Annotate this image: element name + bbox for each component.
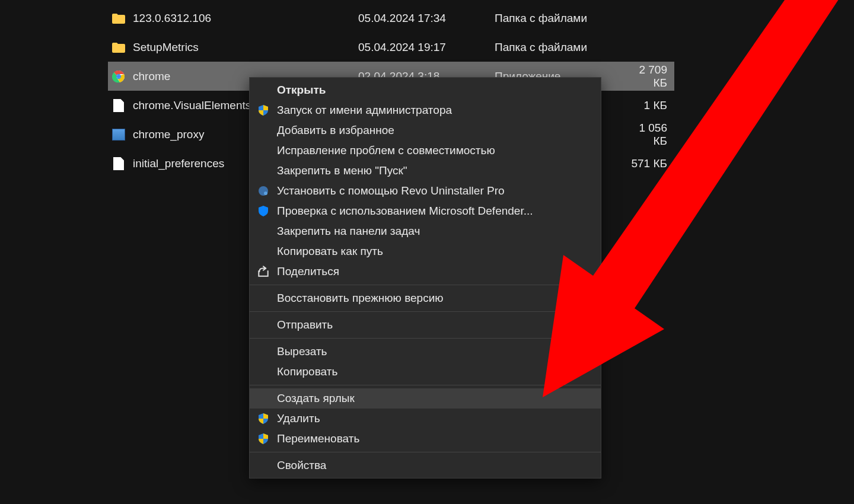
file-date: 05.04.2024 17:34 [358, 12, 495, 25]
folder-icon [110, 10, 127, 27]
menu-separator [250, 385, 601, 385]
menu-item[interactable]: Удалить [250, 409, 601, 429]
menu-item[interactable]: Отправить [250, 315, 601, 335]
file-size: 2 709 КБ [631, 63, 674, 90]
menu-separator [250, 452, 601, 452]
menu-item[interactable]: Проверка с использованием Microsoft Defe… [250, 201, 601, 221]
menu-item-label: Открыть [277, 84, 326, 97]
menu-item-label: Копировать как путь [277, 245, 383, 258]
menu-item[interactable]: Переименовать [250, 429, 601, 449]
shield-blue-icon [257, 205, 270, 218]
menu-item[interactable]: Свойства [250, 455, 601, 476]
file-name: 123.0.6312.106 [133, 12, 358, 25]
chrome-icon [110, 68, 127, 85]
menu-item[interactable]: Установить с помощью Revo Uninstaller Pr… [250, 181, 601, 201]
file-type: Папка с файлами [495, 12, 631, 25]
file-name: SetupMetrics [133, 41, 358, 54]
menu-item-label: Поделиться [277, 265, 339, 278]
file-row[interactable]: 123.0.6312.10605.04.2024 17:34Папка с фа… [108, 4, 674, 33]
file-size: 1 056 КБ [631, 122, 674, 148]
menu-item-label: Закрепить на панели задач [277, 225, 420, 238]
menu-item-label: Свойства [277, 459, 326, 472]
file-size: 1 КБ [631, 99, 674, 112]
app-icon [110, 126, 127, 143]
menu-item-label: Исправление проблем с совместимостью [277, 144, 495, 157]
menu-item[interactable]: Добавить в избранное [250, 120, 601, 141]
menu-item-label: Запуск от имени администратора [277, 104, 452, 117]
file-icon [110, 97, 127, 114]
file-icon [110, 155, 127, 172]
menu-item[interactable]: Поделиться [250, 261, 601, 282]
menu-separator [250, 311, 601, 312]
menu-item[interactable]: Восстановить прежнюю версию [250, 288, 601, 308]
menu-item-label: Проверка с использованием Microsoft Defe… [277, 205, 533, 218]
menu-item-label: Переименовать [277, 432, 359, 445]
menu-separator [250, 338, 601, 339]
share-icon [257, 265, 270, 278]
menu-item[interactable]: Создать ярлык [250, 388, 601, 409]
file-type: Папка с файлами [495, 41, 631, 54]
file-date: 05.04.2024 19:17 [358, 41, 495, 54]
context-menu: ОткрытьЗапуск от имени администратораДоб… [249, 77, 601, 479]
shield-yb-icon [257, 104, 270, 117]
menu-item[interactable]: Закрепить в меню "Пуск" [250, 161, 601, 181]
menu-item-label: Добавить в избранное [277, 124, 394, 137]
menu-item-label: Отправить [277, 318, 333, 331]
menu-item-label: Создать ярлык [277, 392, 355, 405]
menu-separator [250, 285, 601, 285]
file-row[interactable]: SetupMetrics05.04.2024 19:17Папка с файл… [108, 33, 674, 62]
menu-item[interactable]: Закрепить на панели задач [250, 221, 601, 241]
menu-item[interactable]: Копировать как путь [250, 241, 601, 261]
menu-item-label: Вырезать [277, 345, 327, 358]
revo-icon [257, 184, 270, 197]
menu-item[interactable]: Копировать [250, 362, 601, 382]
menu-item-label: Удалить [277, 412, 320, 425]
file-size: 571 КБ [631, 157, 674, 170]
menu-item[interactable]: Открыть [250, 80, 601, 100]
shield-yb-icon [257, 412, 270, 425]
folder-icon [110, 39, 127, 56]
menu-item-label: Копировать [277, 365, 337, 378]
menu-item[interactable]: Запуск от имени администратора [250, 100, 601, 120]
shield-yb-icon [257, 432, 270, 445]
menu-item-label: Закрепить в меню "Пуск" [277, 164, 407, 177]
menu-item-label: Установить с помощью Revo Uninstaller Pr… [277, 184, 505, 197]
menu-item-label: Восстановить прежнюю версию [277, 292, 444, 305]
menu-item[interactable]: Исправление проблем с совместимостью [250, 141, 601, 161]
menu-item[interactable]: Вырезать [250, 342, 601, 362]
